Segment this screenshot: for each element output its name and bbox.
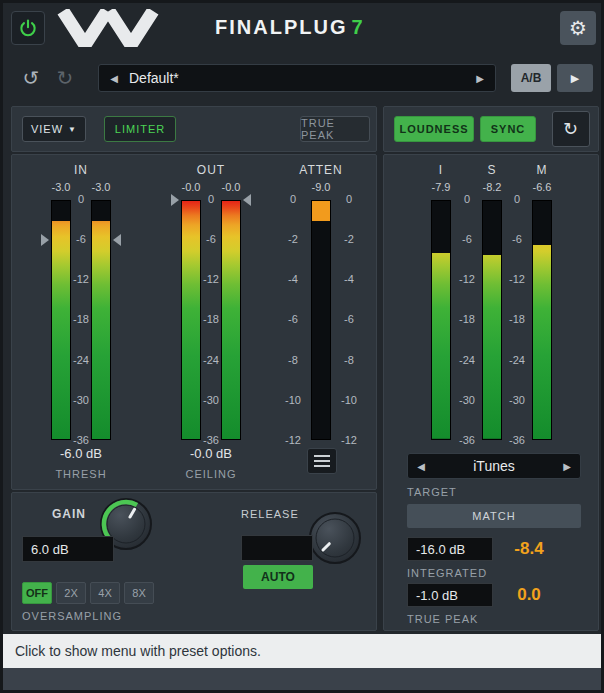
limiter-button[interactable]: LIMITER bbox=[104, 116, 176, 142]
preset-play-button[interactable]: ▶ bbox=[557, 64, 593, 92]
integrated-target-field[interactable]: -16.0 dB bbox=[407, 537, 493, 561]
sync-button[interactable]: SYNC bbox=[480, 116, 536, 142]
scale-label: -4 bbox=[288, 274, 298, 285]
momentary-meter-label: M bbox=[522, 163, 562, 177]
gain-value-field[interactable]: 6.0 dB bbox=[22, 536, 114, 562]
next-preset-icon[interactable]: ▶ bbox=[465, 73, 495, 84]
scale-label: -6 bbox=[288, 314, 298, 325]
in-meter-left bbox=[51, 200, 71, 440]
scale-label: -10 bbox=[285, 395, 301, 406]
scale-label: -36 bbox=[459, 435, 475, 446]
scale-label: -6 bbox=[76, 234, 86, 245]
scale-label: -18 bbox=[509, 314, 525, 325]
scale-label: -18 bbox=[203, 314, 219, 325]
true-peak-readout: 0.0 bbox=[494, 585, 564, 605]
ab-compare-button[interactable]: A/B bbox=[511, 64, 551, 92]
target-label: TARGET bbox=[407, 486, 457, 498]
prev-preset-icon[interactable]: ◀ bbox=[99, 73, 129, 84]
out-meter-left bbox=[181, 200, 201, 440]
out-meter-right bbox=[221, 200, 241, 440]
view-button[interactable]: VIEW ▼ bbox=[22, 116, 86, 142]
out-meter-right-fill bbox=[222, 201, 240, 439]
out-meter-left-fill bbox=[182, 201, 200, 439]
limiter-meters-panel: IN -3.0 -3.0 0-6-12-18-24-30-36 -6.0 dB … bbox=[11, 154, 377, 490]
integrated-meter-label: I bbox=[421, 163, 461, 177]
scale-label: 0 bbox=[346, 194, 352, 205]
momentary-meter bbox=[532, 200, 552, 440]
scale-label: -2 bbox=[344, 234, 354, 245]
ceiling-marker-left[interactable] bbox=[171, 194, 179, 206]
atten-meter-value: -9.0 bbox=[301, 181, 341, 193]
loudness-label: LOUDNESS bbox=[399, 123, 468, 135]
integrated-meter-fill bbox=[432, 253, 450, 439]
ceiling-marker-right[interactable] bbox=[243, 194, 251, 206]
app-version: 7 bbox=[351, 16, 364, 38]
meter-menu-button[interactable] bbox=[307, 448, 337, 474]
auto-label: AUTO bbox=[261, 570, 295, 584]
shortterm-meter-value: -8.2 bbox=[472, 181, 512, 193]
scale-label: -8 bbox=[288, 355, 298, 366]
scale-label: -36 bbox=[73, 435, 89, 446]
match-button[interactable]: MATCH bbox=[407, 504, 581, 528]
out-meter-value-right: -0.0 bbox=[211, 181, 251, 193]
gain-label: GAIN bbox=[52, 507, 86, 521]
footer-bar bbox=[3, 668, 601, 690]
scale-label: -36 bbox=[509, 435, 525, 446]
momentary-meter-fill bbox=[533, 245, 551, 439]
thresh-marker-left[interactable] bbox=[41, 234, 49, 246]
shortterm-meter-label: S bbox=[472, 163, 512, 177]
oversampling-8x-button[interactable]: 8X bbox=[124, 582, 154, 604]
true-peak-label: TRUE PEAK bbox=[407, 613, 478, 625]
in-meter-label: IN bbox=[51, 163, 111, 177]
in-meter-value-left: -3.0 bbox=[41, 181, 81, 193]
target-value: iTunes bbox=[434, 458, 554, 474]
scale-label: -30 bbox=[459, 395, 475, 406]
ceiling-label: CEILING bbox=[171, 468, 251, 480]
undo-button[interactable]: ↺ bbox=[15, 62, 47, 94]
scale-label: -6 bbox=[206, 234, 216, 245]
status-bar: Click to show menu with preset options. bbox=[3, 634, 601, 668]
in-meter-right bbox=[91, 200, 111, 440]
in-meter-right-fill bbox=[92, 221, 110, 439]
scale-label: 0 bbox=[514, 194, 520, 205]
atten-meter-label: ATTEN bbox=[291, 163, 351, 177]
target-next-icon[interactable]: ▶ bbox=[554, 461, 580, 472]
release-knob[interactable] bbox=[307, 510, 363, 566]
settings-button[interactable]: ⚙ bbox=[560, 11, 596, 45]
right-toolbar-panel: LOUDNESS SYNC ↻ bbox=[383, 106, 599, 152]
power-button[interactable] bbox=[11, 11, 45, 45]
auto-release-button[interactable]: AUTO bbox=[243, 565, 313, 589]
atten-scale-left: 0-2-4-6-8-10-12 bbox=[281, 194, 305, 446]
ceiling-readout: -0.0 dB bbox=[171, 446, 251, 461]
sync-label: SYNC bbox=[491, 123, 526, 135]
scale-label: -6 bbox=[462, 234, 472, 245]
sync-refresh-icon: ↻ bbox=[563, 118, 579, 140]
oversampling-4x-button[interactable]: 4X bbox=[90, 582, 120, 604]
target-prev-icon[interactable]: ◀ bbox=[408, 461, 434, 472]
momentary-meter-value: -6.6 bbox=[522, 181, 562, 193]
wave-arts-logo bbox=[57, 9, 177, 47]
oversampling-off-button[interactable]: OFF bbox=[22, 582, 52, 604]
integrated-readout: -8.4 bbox=[494, 539, 564, 559]
preset-name: Default* bbox=[129, 70, 465, 86]
scale-label: -4 bbox=[344, 274, 354, 285]
loudness-reset-button[interactable]: ↻ bbox=[552, 111, 590, 147]
loudness-button[interactable]: LOUDNESS bbox=[394, 116, 474, 142]
scale-label: 0 bbox=[78, 194, 84, 205]
oversampling-2x-button[interactable]: 2X bbox=[56, 582, 86, 604]
finalplug-window: FINALPLUG7 ⚙ ↺ ↻ ◀ Default* ▶ A/B ▶ VIEW… bbox=[0, 0, 604, 693]
ab-label: A/B bbox=[521, 71, 542, 85]
release-value-field[interactable] bbox=[241, 535, 313, 561]
match-label: MATCH bbox=[472, 510, 515, 522]
limiter-label: LIMITER bbox=[115, 123, 165, 135]
redo-button[interactable]: ↻ bbox=[49, 62, 81, 94]
preset-selector[interactable]: ◀ Default* ▶ bbox=[98, 64, 496, 92]
thresh-marker-right[interactable] bbox=[113, 234, 121, 246]
release-label: RELEASE bbox=[241, 508, 299, 520]
true-peak-button[interactable]: TRUE PEAK bbox=[300, 116, 370, 142]
atten-scale-right: 0-2-4-6-8-10-12 bbox=[337, 194, 361, 446]
true-peak-target-field[interactable]: -1.0 dB bbox=[407, 583, 493, 607]
menu-icon-line bbox=[314, 460, 330, 462]
target-selector[interactable]: ◀ iTunes ▶ bbox=[407, 453, 581, 479]
scale-label: 0 bbox=[208, 194, 214, 205]
